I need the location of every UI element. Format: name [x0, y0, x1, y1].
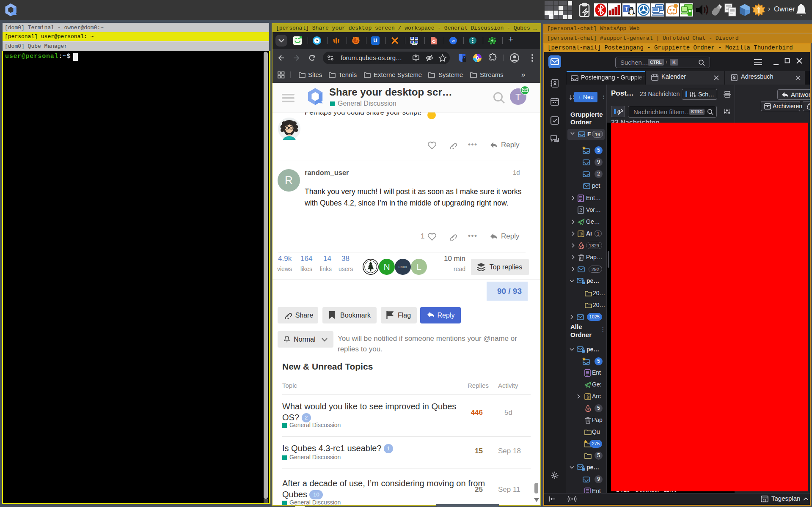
svg-text:T: T	[625, 5, 628, 12]
svg-text:23: 23	[763, 499, 766, 502]
svg-text:w: w	[451, 38, 455, 43]
